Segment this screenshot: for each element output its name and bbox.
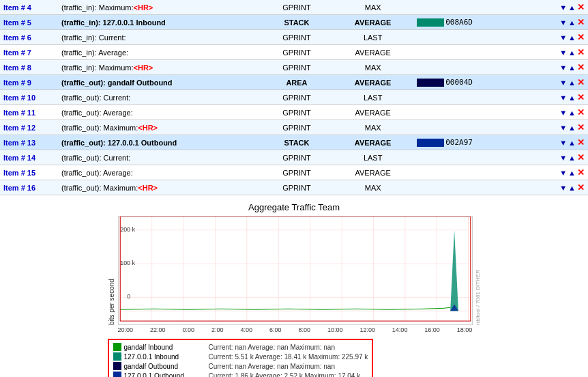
items-table-container: Item # 4(traffic_in): Maximum:<HR>GPRINT… xyxy=(0,0,588,195)
move-down-icon[interactable]: ▼ xyxy=(559,48,567,57)
legend-color-swatch xyxy=(113,352,121,361)
legend-color-swatch xyxy=(113,372,121,377)
x-axis-labels: 20:0022:000:002:004:006:008:0010:0012:00… xyxy=(118,326,473,333)
item-actions: ▼▲✕ xyxy=(507,15,588,30)
item-desc: (traffic_out): Current: xyxy=(58,150,261,165)
legend-values: Current: nan Average: nan Maximum: nan xyxy=(209,344,335,351)
move-down-icon[interactable]: ▼ xyxy=(559,33,567,42)
move-down-icon[interactable]: ▼ xyxy=(559,94,567,102)
delete-icon[interactable]: ✕ xyxy=(577,92,585,102)
legend-values: Current: 5.51 k Average: 18.41 k Maximum… xyxy=(209,353,368,361)
svg-text:200 k: 200 k xyxy=(120,226,135,233)
move-up-icon[interactable]: ▲ xyxy=(568,94,576,102)
item-type: GPRINT xyxy=(261,45,332,60)
chart-inner: 200 k 100 k 0 20:0022:000:002:004:006:00… xyxy=(118,216,473,333)
item-cf: AVERAGE xyxy=(332,75,413,90)
x-tick-label: 0:00 xyxy=(182,326,194,333)
move-down-icon[interactable]: ▼ xyxy=(559,169,567,177)
item-num: Item # 8 xyxy=(0,60,58,75)
item-num: Item # 12 xyxy=(0,120,58,135)
item-cf: AVERAGE xyxy=(332,135,413,150)
item-actions: ▼▲✕ xyxy=(507,135,588,150)
move-down-icon[interactable]: ▼ xyxy=(559,124,567,132)
move-up-icon[interactable]: ▲ xyxy=(568,64,576,72)
delete-icon[interactable]: ✕ xyxy=(577,107,585,117)
item-num: Item # 6 xyxy=(0,30,58,45)
move-down-icon[interactable]: ▼ xyxy=(559,184,567,192)
delete-icon[interactable]: ✕ xyxy=(577,182,585,193)
item-type: GPRINT xyxy=(261,165,332,180)
item-cf: LAST xyxy=(332,90,413,105)
item-num: Item # 11 xyxy=(0,105,58,120)
move-down-icon[interactable]: ▼ xyxy=(559,64,567,72)
move-down-icon[interactable]: ▼ xyxy=(559,18,567,27)
delete-icon[interactable]: ✕ xyxy=(577,77,585,87)
delete-icon[interactable]: ✕ xyxy=(577,137,585,148)
item-color xyxy=(413,0,507,15)
item-actions: ▼▲✕ xyxy=(507,90,588,105)
item-type: GPRINT xyxy=(261,105,332,120)
delete-icon[interactable]: ✕ xyxy=(577,167,585,178)
move-up-icon[interactable]: ▲ xyxy=(568,184,576,192)
move-up-icon[interactable]: ▲ xyxy=(568,139,576,147)
item-color xyxy=(413,180,507,195)
item-type: GPRINT xyxy=(261,150,332,165)
item-actions: ▼▲✕ xyxy=(507,150,588,165)
item-color: 008A6D xyxy=(413,15,507,30)
move-down-icon[interactable]: ▼ xyxy=(559,154,567,162)
move-up-icon[interactable]: ▲ xyxy=(568,33,576,42)
item-color xyxy=(413,120,507,135)
item-type: GPRINT xyxy=(261,0,332,15)
move-down-icon[interactable]: ▼ xyxy=(559,109,567,117)
item-num: Item # 4 xyxy=(0,0,58,15)
chart-title: Aggregate Traffic Team xyxy=(108,202,481,212)
move-down-icon[interactable]: ▼ xyxy=(559,3,567,12)
item-num: Item # 14 xyxy=(0,150,58,165)
item-num: Item # 13 xyxy=(0,135,58,150)
delete-icon[interactable]: ✕ xyxy=(577,47,585,57)
color-swatch xyxy=(417,18,444,27)
delete-icon[interactable]: ✕ xyxy=(577,62,585,72)
move-up-icon[interactable]: ▲ xyxy=(568,79,576,87)
move-up-icon[interactable]: ▲ xyxy=(568,124,576,132)
item-desc: (traffic_in): Maximum:<HR> xyxy=(58,60,261,75)
move-up-icon[interactable]: ▲ xyxy=(568,48,576,57)
move-up-icon[interactable]: ▲ xyxy=(568,18,576,27)
right-axis-label: rddtool / 7081 DITHER xyxy=(475,216,481,325)
item-desc: (traffic_out): Current: xyxy=(58,90,261,105)
item-color: 00004D xyxy=(413,75,507,90)
delete-icon[interactable]: ✕ xyxy=(577,152,585,163)
item-desc: (traffic_out): Average: xyxy=(58,165,261,180)
color-text: 00004D xyxy=(445,78,473,87)
move-up-icon[interactable]: ▲ xyxy=(568,109,576,117)
move-up-icon[interactable]: ▲ xyxy=(568,154,576,162)
item-color xyxy=(413,60,507,75)
item-cf: AVERAGE xyxy=(332,15,413,30)
x-tick-label: 18:00 xyxy=(457,326,473,333)
svg-rect-21 xyxy=(120,217,471,321)
legend-name: gandalf Outbound xyxy=(124,363,206,370)
x-tick-label: 14:00 xyxy=(392,326,408,333)
delete-icon[interactable]: ✕ xyxy=(577,32,585,42)
item-desc: (traffic_in): Maximum:<HR> xyxy=(58,0,261,15)
x-tick-label: 6:00 xyxy=(269,326,282,333)
delete-icon[interactable]: ✕ xyxy=(577,122,585,132)
move-up-icon[interactable]: ▲ xyxy=(568,3,576,12)
item-actions: ▼▲✕ xyxy=(507,105,588,120)
item-desc: (traffic_out): gandalf Outbound xyxy=(58,75,261,90)
delete-icon[interactable]: ✕ xyxy=(577,2,585,12)
item-color xyxy=(413,150,507,165)
legend-name: 127.0.0.1 Outbound xyxy=(124,372,206,378)
svg-text:0: 0 xyxy=(127,293,130,300)
item-type: AREA xyxy=(261,75,332,90)
item-num: Item # 10 xyxy=(0,90,58,105)
x-tick-label: 20:00 xyxy=(118,326,134,333)
move-down-icon[interactable]: ▼ xyxy=(559,139,567,147)
item-type: GPRINT xyxy=(261,30,332,45)
move-down-icon[interactable]: ▼ xyxy=(559,79,567,87)
move-up-icon[interactable]: ▲ xyxy=(568,169,576,177)
x-tick-label: 8:00 xyxy=(298,326,310,333)
delete-icon[interactable]: ✕ xyxy=(577,17,585,27)
item-cf: LAST xyxy=(332,30,413,45)
x-tick-label: 4:00 xyxy=(240,326,252,333)
